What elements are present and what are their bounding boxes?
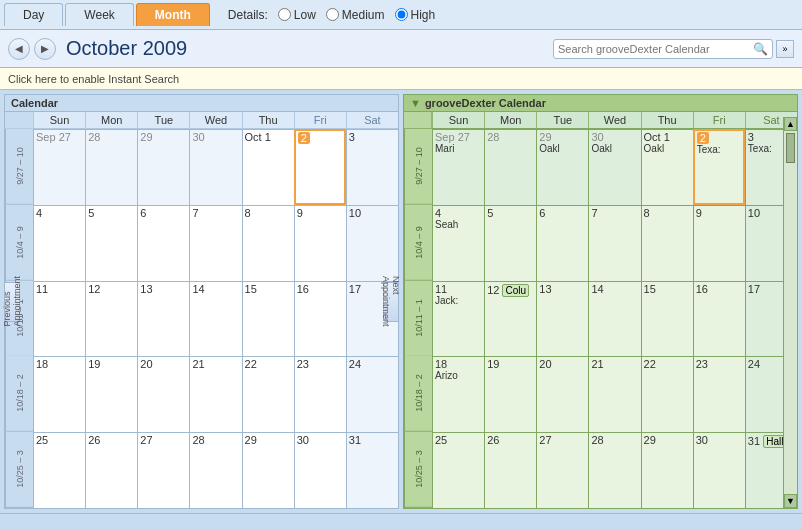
groove-day-cell[interactable]: 12 Colu [484,281,536,357]
forward-button[interactable]: ▶ [34,38,56,60]
day-cell[interactable]: 23 [294,356,346,432]
day-cell[interactable]: 20 [137,356,189,432]
day-num: 11 [36,283,48,295]
day-cell[interactable]: 14 [189,281,241,357]
groove-day-cell[interactable]: Sep 27 Mari [432,129,484,205]
day-cell[interactable]: 16 [294,281,346,357]
groove-day-cell[interactable]: 28 [484,129,536,205]
groove-day-cell[interactable]: 7 [588,205,640,281]
detail-low-radio[interactable] [278,8,291,21]
day-num: 14 [591,283,603,295]
day-cell[interactable]: 18 [33,356,85,432]
day-cell[interactable]: 15 [242,281,294,357]
day-cell[interactable]: 11 [33,281,85,357]
instant-search-bar[interactable]: Click here to enable Instant Search [0,68,802,90]
groove-cal-grid: 9/27 – 10 Sep 27 Mari 28 29 Oakl 30 Oakl [404,129,797,508]
groove-day-cell[interactable]: 22 [641,356,693,432]
groove-day-cell[interactable]: 14 [588,281,640,357]
groove-day-cell[interactable]: 25 [432,432,484,508]
day-cell[interactable]: Sep 27 [33,129,85,205]
day-cell-today[interactable]: 2 [294,129,346,205]
day-cell[interactable]: Oct 1 [242,129,294,205]
next-appointment-button[interactable]: Next Appointment [383,282,399,322]
groove-week-label-2: 10/4 – 9 [404,205,432,281]
groove-day-cell[interactable]: 8 [641,205,693,281]
day-cell[interactable]: 4 [33,205,85,281]
groove-day-cell[interactable]: 11 Jack: [432,281,484,357]
groove-day-cell[interactable]: 28 [588,432,640,508]
groove-day-cell[interactable]: 26 [484,432,536,508]
groove-day-cell[interactable]: 4 Seah [432,205,484,281]
prev-appointment-button[interactable]: Previous Appointment [4,282,20,322]
groove-day-cell[interactable]: 23 [693,356,745,432]
day-cell[interactable]: 30 [189,129,241,205]
scroll-up-button[interactable]: ▲ [784,117,797,131]
day-cell[interactable]: 5 [85,205,137,281]
day-cell[interactable]: 13 [137,281,189,357]
day-cell[interactable]: 21 [189,356,241,432]
groove-day-cell[interactable]: 5 [484,205,536,281]
groove-day-cell[interactable]: 29 [641,432,693,508]
groove-day-cell[interactable]: 21 [588,356,640,432]
search-input[interactable] [558,43,753,55]
groove-week-label-5: 10/25 – 3 [404,432,432,508]
tab-day[interactable]: Day [4,3,63,26]
day-cell[interactable]: 10 [346,205,398,281]
groove-dow-tue: Tue [536,112,588,128]
groove-day-cell[interactable]: 13 [536,281,588,357]
expand-button[interactable]: » [776,40,794,58]
tab-month[interactable]: Month [136,3,210,26]
groove-day-cell[interactable]: 18 Arizo [432,356,484,432]
day-cell[interactable]: 28 [189,432,241,508]
day-cell[interactable]: 3 [346,129,398,205]
day-cell[interactable]: 26 [85,432,137,508]
groove-day-cell[interactable]: 16 [693,281,745,357]
day-cell[interactable]: 24 [346,356,398,432]
left-calendar-panel: Calendar Sun Mon Tue Wed Thu Fri Sat 9/2… [4,94,399,509]
groove-day-cell[interactable]: 29 Oakl [536,129,588,205]
day-cell[interactable]: 12 [85,281,137,357]
day-cell[interactable]: 9 [294,205,346,281]
groove-day-cell[interactable]: Oct 1 Oakl [641,129,693,205]
back-button[interactable]: ◀ [8,38,30,60]
groove-day-cell[interactable]: 6 [536,205,588,281]
event-button[interactable]: Colu [502,284,529,297]
day-num: 25 [435,434,447,446]
day-num: 28 [192,434,204,446]
day-num: 16 [696,283,708,295]
tab-week[interactable]: Week [65,3,133,26]
groove-day-cell[interactable]: 30 Oakl [588,129,640,205]
groove-day-cell[interactable]: 15 [641,281,693,357]
detail-medium-label[interactable]: Medium [326,8,385,22]
scroll-down-button[interactable]: ▼ [784,494,797,508]
groove-day-cell[interactable]: 20 [536,356,588,432]
detail-high-label[interactable]: High [395,8,436,22]
event-tag: Texa: [697,144,741,155]
dow-thu: Thu [242,112,294,128]
scroll-thumb[interactable] [786,133,795,163]
day-cell[interactable]: 25 [33,432,85,508]
day-cell[interactable]: 8 [242,205,294,281]
detail-high-radio[interactable] [395,8,408,21]
day-cell[interactable]: 30 [294,432,346,508]
day-num: 23 [696,358,708,370]
day-num: 2 [697,132,709,144]
day-cell[interactable]: 29 [242,432,294,508]
day-cell[interactable]: 22 [242,356,294,432]
detail-medium-radio[interactable] [326,8,339,21]
day-cell[interactable]: 7 [189,205,241,281]
month-title: October 2009 [66,37,187,60]
day-num: 27 [539,434,551,446]
day-cell[interactable]: 6 [137,205,189,281]
day-cell[interactable]: 19 [85,356,137,432]
groove-day-cell[interactable]: 30 [693,432,745,508]
day-cell[interactable]: 27 [137,432,189,508]
detail-low-label[interactable]: Low [278,8,316,22]
groove-day-cell[interactable]: 27 [536,432,588,508]
day-cell[interactable]: 31 [346,432,398,508]
groove-day-cell-today[interactable]: 2 Texa: [693,129,745,205]
groove-day-cell[interactable]: 19 [484,356,536,432]
day-cell[interactable]: 28 [85,129,137,205]
groove-day-cell[interactable]: 9 [693,205,745,281]
day-cell[interactable]: 29 [137,129,189,205]
